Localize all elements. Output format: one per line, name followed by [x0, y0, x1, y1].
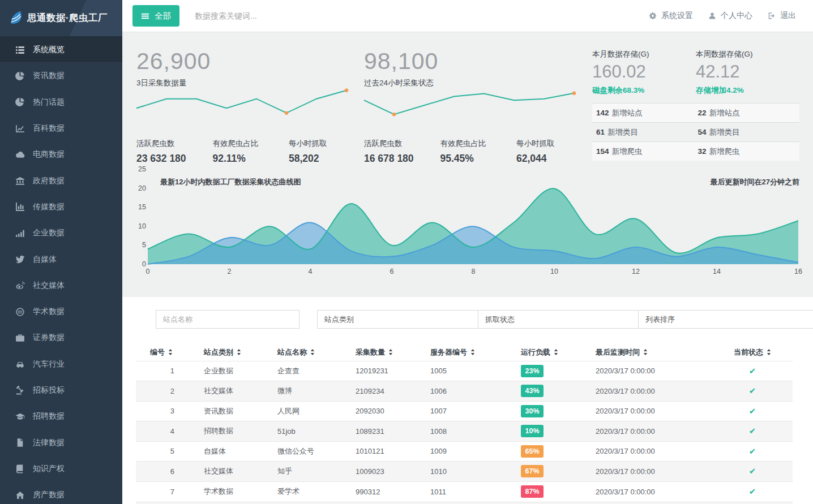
column-header-4[interactable]: 服务器编号	[416, 344, 507, 361]
storage-row: 142新增站点 22新增站点	[592, 103, 799, 122]
sidebar-item-11[interactable]: 证券数据	[0, 325, 122, 351]
column-header-1[interactable]: 站点类别	[190, 344, 263, 361]
metric-label: 有效爬虫占比	[213, 139, 289, 149]
sidebar-item-label: 证券数据	[33, 333, 65, 343]
table-row[interactable]: 2社交媒体微博2109234100643%2020/3/17 0:00:00✔	[136, 381, 793, 402]
sidebar-item-6[interactable]: 传媒数据	[0, 194, 122, 220]
settings-link[interactable]: 系统设置	[649, 11, 693, 21]
sidebar-item-5[interactable]: 政府数据	[0, 167, 122, 193]
column-header-0[interactable]: 编号	[136, 344, 190, 361]
column-header-5[interactable]: 运行负载	[507, 344, 581, 361]
cell-status: ✔	[712, 381, 793, 402]
table-header-row: 编号站点类别站点名称采集数量服务器编号运行负载最后监测时间当前状态	[136, 344, 793, 361]
sidebar-item-1[interactable]: 资讯数据	[0, 63, 122, 89]
x-tick: 8	[462, 268, 485, 275]
storage-week: 本周数据存储(G) 42.12 存储增加4.2%	[696, 49, 799, 96]
filter-selects: 站点类别 抓取状态 列表排序	[317, 310, 813, 329]
check-icon: ✔	[749, 386, 756, 395]
cell-time: 2020/3/17 0:00:00	[581, 462, 712, 482]
sidebar-item-15[interactable]: 法律数据	[0, 429, 122, 455]
storage-row: 61新增类目 54新增类目	[592, 122, 799, 141]
sidebar-item-label: 电商数据	[33, 149, 65, 160]
table-row[interactable]: 3资讯数据人民网2092030100730%2020/3/17 0:00:00✔	[136, 401, 793, 421]
table-row[interactable]: 1企业数据企查查12019231100523%2020/3/17 0:00:00…	[136, 361, 793, 381]
sidebar-item-7[interactable]: 企业数据	[0, 220, 122, 246]
sign-out-icon	[768, 12, 776, 20]
sidebar-item-8[interactable]: 自媒体	[0, 246, 122, 272]
twitter-icon	[15, 255, 25, 264]
cell-load: 30%	[507, 401, 581, 421]
table-row[interactable]: 4招聘数据51job1089231100810%2020/3/17 0:00:0…	[136, 421, 793, 442]
cell-site: 51job	[263, 421, 341, 442]
line-chart-icon	[15, 124, 25, 133]
crawl-status-select[interactable]: 抓取状态	[478, 310, 639, 329]
cell-time: 2020/3/17 0:00:00	[581, 401, 712, 421]
cell-load: 65%	[507, 441, 581, 462]
sidebar-item-3[interactable]: 百科数据	[0, 115, 122, 141]
metric-label: 每小时抓取	[516, 139, 593, 149]
column-header-7[interactable]: 当前状态	[712, 344, 793, 361]
table-row[interactable]: 6社交媒体知乎1009023101067%2020/3/17 0:00:00✔	[136, 462, 793, 482]
column-header-3[interactable]: 采集数量	[341, 344, 416, 361]
x-tick: 6	[380, 268, 403, 275]
topnav: 全部 系统设置 个人中心 退出	[122, 0, 813, 32]
logout-link[interactable]: 退出	[768, 11, 796, 21]
metric-label: 有效爬虫占比	[440, 139, 517, 149]
cell-load: 10%	[507, 421, 581, 442]
cell-id: 4	[136, 421, 190, 442]
load-badge: 10%	[521, 425, 544, 437]
cell-category: 资讯数据	[190, 401, 263, 421]
sidebar-item-14[interactable]: 招聘数据	[0, 403, 122, 429]
stat-label: 过去24小时采集状态	[364, 78, 585, 88]
stat-metrics: 活跃爬虫数23 632 180 有效爬虫占比92.11% 每小时抓取58,202	[136, 139, 365, 165]
load-badge: 23%	[521, 365, 544, 377]
cell-server: 1010	[416, 462, 507, 482]
sidebar-item-12[interactable]: 汽车行业	[0, 351, 122, 377]
sidebar-item-4[interactable]: 电商数据	[0, 141, 122, 167]
logo-icon	[7, 10, 23, 27]
table-row[interactable]: 7学术数据爱学术990312101187%2020/3/17 0:00:00✔	[136, 481, 793, 502]
storage-row: 154新增爬虫 32新增爬虫	[592, 141, 799, 161]
x-tick: 14	[705, 268, 728, 275]
cell-count: 1010121	[341, 441, 416, 462]
cell-id: 1	[136, 361, 190, 381]
sort-icon	[767, 348, 771, 355]
car-icon	[15, 359, 25, 369]
sidebar-item-17[interactable]: 房产数据	[0, 482, 122, 504]
cell-time: 2020/3/17 0:00:00	[581, 381, 712, 402]
site-name-filter-input[interactable]	[156, 310, 299, 329]
sidebar-item-16[interactable]: 知识产权	[0, 456, 122, 482]
cell-count: 990312	[341, 481, 416, 502]
check-icon: ✔	[749, 466, 756, 476]
sidebar-item-label: 知识产权	[33, 464, 65, 474]
sidebar-item-overview[interactable]: 系统概览	[0, 37, 122, 63]
sites-table: 编号站点类别站点名称采集数量服务器编号运行负载最后监测时间当前状态 1企业数据企…	[136, 344, 793, 502]
cell-count: 2109234	[341, 381, 416, 402]
column-header-6[interactable]: 最后监测时间	[581, 344, 712, 361]
user-icon	[708, 12, 716, 20]
logo: 思通数据·爬虫工厂	[0, 0, 122, 37]
search-input[interactable]	[194, 11, 649, 21]
all-categories-button[interactable]: 全部	[132, 5, 179, 27]
column-header-2[interactable]: 站点名称	[263, 344, 341, 361]
cell-status: ✔	[712, 481, 793, 502]
sidebar-item-10[interactable]: 学术数据	[0, 299, 122, 325]
sidebar-item-9[interactable]: 社交媒体	[0, 273, 122, 299]
sort-icon	[168, 348, 173, 355]
sidebar-item-13[interactable]: 招标投标	[0, 377, 122, 403]
cell-server: 1009	[416, 441, 507, 462]
sidebar-item-label: 汽车行业	[33, 359, 65, 369]
site-category-select[interactable]: 站点类别	[317, 310, 478, 329]
weibo-icon	[15, 281, 25, 290]
table-row[interactable]: 5自媒体微信公众号1010121100965%2020/3/17 0:00:00…	[136, 441, 793, 462]
profile-link[interactable]: 个人中心	[708, 11, 752, 21]
sidebar-item-label: 招聘数据	[33, 411, 65, 421]
home-icon	[15, 490, 25, 500]
x-tick: 12	[624, 268, 647, 275]
y-tick: 25	[128, 165, 146, 173]
metric-value: 95.45%	[440, 153, 517, 165]
stat-label: 3日采集数据量	[136, 78, 357, 88]
sidebar-item-2[interactable]: 热门话题	[0, 89, 122, 115]
load-badge: 87%	[521, 485, 544, 498]
list-sort-select[interactable]: 列表排序	[638, 310, 813, 329]
